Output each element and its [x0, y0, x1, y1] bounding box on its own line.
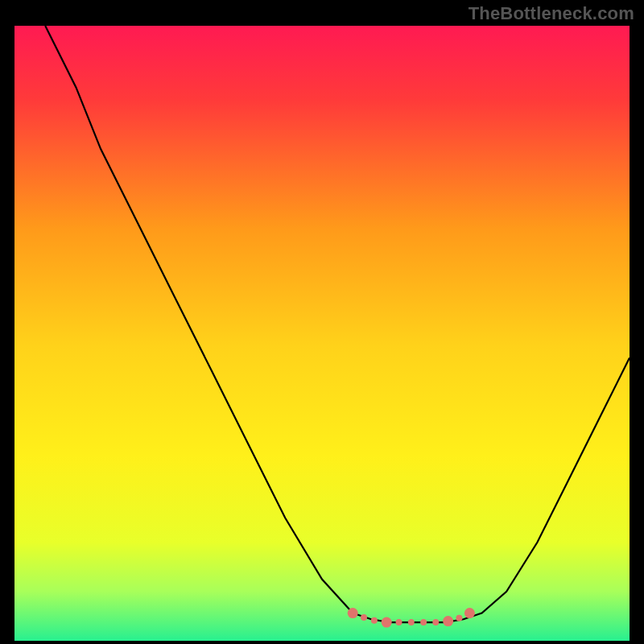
marker-point: [464, 608, 475, 618]
marker-point: [361, 614, 367, 621]
marker-point: [408, 619, 415, 625]
chart-frame: TheBottleneck.com: [0, 0, 644, 644]
plot-area: [14, 26, 630, 641]
marker-point: [348, 608, 358, 618]
marker-point: [420, 619, 427, 625]
marker-point: [456, 615, 462, 621]
marker-point: [432, 619, 439, 625]
chart-svg: [14, 26, 630, 641]
marker-point: [396, 619, 402, 625]
marker-point: [371, 617, 378, 624]
attribution-text: TheBottleneck.com: [469, 3, 634, 24]
chart-background: [14, 26, 630, 641]
marker-point: [382, 617, 392, 628]
marker-point: [443, 616, 453, 626]
